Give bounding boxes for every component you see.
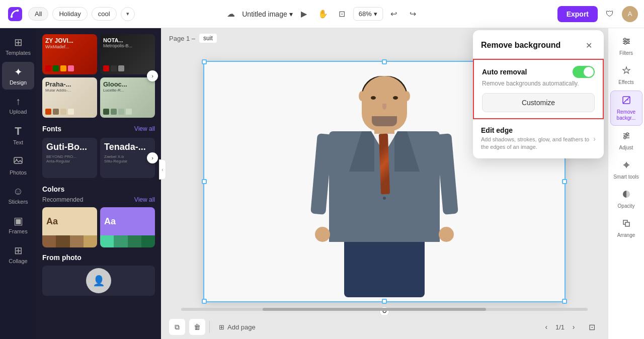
- tag-all-button[interactable]: All: [28, 7, 48, 21]
- handle-middle-right[interactable]: [562, 179, 567, 184]
- canvas-bottom-bar: ⧉ 🗑 ⊞ Add page ‹ 1/1 › ⊡: [161, 315, 608, 339]
- panel-close-button[interactable]: ✕: [582, 38, 596, 52]
- template-card-praho[interactable]: Praha-... Mular Addis-...: [42, 77, 97, 118]
- resize-tool-button[interactable]: ⊡: [334, 6, 350, 22]
- auto-removal-title: Auto removal: [482, 68, 527, 76]
- panel-collapse-button[interactable]: ‹: [159, 159, 166, 180]
- sidebar-collage-label: Collage: [9, 258, 27, 264]
- export-button[interactable]: Export: [557, 6, 598, 22]
- fonts-next-button[interactable]: ›: [147, 152, 158, 163]
- duplicate-page-button[interactable]: ⧉: [169, 319, 185, 335]
- handle-middle-left[interactable]: [202, 179, 207, 184]
- color-swatch-warm[interactable]: Aa: [42, 207, 97, 247]
- prev-page-button[interactable]: ‹: [540, 321, 552, 333]
- bottom-separator: [209, 321, 210, 333]
- template-zy-sub: WixMadef...: [45, 44, 94, 49]
- font-card-guti[interactable]: Guti-Bo... BEYOND PRO... Anta-Regular: [42, 138, 97, 178]
- person-right-hand: [439, 227, 454, 242]
- from-photo-placeholder: 👤: [86, 268, 111, 293]
- fonts-view-all-button[interactable]: View all: [134, 125, 155, 132]
- sidebar-item-collage[interactable]: ⊞ Collage: [2, 240, 34, 268]
- template-card-glooc[interactable]: Glooc... Lucette-R...: [100, 77, 155, 118]
- hand-tool-button[interactable]: ✋: [315, 6, 331, 22]
- sidebar-item-stickers[interactable]: ☺ Stickers: [2, 182, 34, 209]
- collage-icon: ⊞: [14, 244, 23, 257]
- zoom-caret-icon: ▾: [374, 10, 377, 18]
- person-figure: [319, 76, 450, 297]
- undo-button[interactable]: ↩: [386, 6, 402, 22]
- customize-button[interactable]: Customize: [482, 93, 595, 112]
- photos-icon: [13, 155, 23, 168]
- edit-edge-content: Edit edge Add shadows, strokes, glow, an…: [481, 126, 593, 151]
- handle-bottom-middle[interactable]: [382, 299, 387, 304]
- edit-edge-section[interactable]: Edit edge Add shadows, strokes, glow, an…: [473, 119, 604, 158]
- colors-header: Colors: [36, 180, 161, 196]
- template-nota-title: NOTA...: [103, 37, 152, 43]
- page-indicator: 1/1: [555, 323, 565, 331]
- opacity-label: Opacity: [618, 203, 635, 209]
- handle-top-left[interactable]: [202, 59, 207, 64]
- sidebar-text-label: Text: [13, 139, 23, 145]
- from-photo-card[interactable]: 👤: [42, 266, 155, 296]
- right-sidebar-opacity[interactable]: Opacity: [610, 185, 642, 213]
- template-card-zy[interactable]: ZY JOVI... WixMadef...: [42, 34, 97, 74]
- auto-removal-toggle[interactable]: [573, 66, 595, 78]
- sidebar-item-upload[interactable]: ↑ Upload: [2, 92, 34, 119]
- handle-bottom-right[interactable]: [562, 299, 567, 304]
- shield-icon[interactable]: 🛡: [602, 6, 618, 22]
- right-sidebar-filters[interactable]: Filters: [610, 32, 642, 60]
- right-sidebar-remove-bg[interactable]: Remove backgr...: [610, 91, 642, 126]
- swatch-purple-bottom: [100, 235, 155, 247]
- handle-top-middle[interactable]: [382, 59, 387, 64]
- svg-point-9: [627, 40, 629, 42]
- text-icon: T: [15, 125, 21, 138]
- effects-icon: [621, 65, 631, 78]
- delete-page-button[interactable]: 🗑: [189, 319, 205, 335]
- avatar[interactable]: A: [622, 6, 638, 22]
- add-page-button[interactable]: ⊞ Add page: [214, 320, 261, 334]
- right-sidebar-arrange[interactable]: Arrange: [610, 214, 642, 242]
- cloud-icon: ☁: [223, 6, 239, 22]
- template-glooc-title: Glooc...: [103, 80, 152, 88]
- tag-holiday-button[interactable]: Holiday: [52, 7, 87, 21]
- next-page-button[interactable]: ›: [568, 321, 580, 333]
- edit-edge-title: Edit edge: [481, 126, 593, 134]
- sidebar-item-design[interactable]: ✦ Design: [2, 62, 34, 90]
- redo-button[interactable]: ↪: [405, 6, 421, 22]
- sidebar-stickers-label: Stickers: [8, 199, 28, 205]
- right-sidebar-effects[interactable]: Effects: [610, 61, 642, 90]
- color-swatches-grid: Aa Aa: [36, 205, 161, 249]
- template-card-nota[interactable]: NOTA... Metropolis-B...: [100, 34, 155, 74]
- sidebar-design-label: Design: [10, 79, 27, 86]
- template-praho-sub: Mular Addis-...: [45, 88, 94, 93]
- tag-cool-button[interactable]: cool: [92, 7, 117, 21]
- sidebar-item-templates[interactable]: ⊞ Templates: [2, 32, 34, 60]
- colors-view-all-button[interactable]: View all: [134, 196, 155, 203]
- fullscreen-button[interactable]: ⊡: [584, 319, 600, 335]
- sidebar-item-photos[interactable]: Photos: [2, 151, 34, 180]
- zoom-control[interactable]: 68% ▾: [353, 7, 383, 21]
- template-next-button[interactable]: ›: [147, 70, 158, 81]
- template-zy-title: ZY JOVI...: [45, 37, 94, 44]
- recommended-label: Recommended: [42, 196, 83, 203]
- swatch-warm-aa: Aa: [42, 207, 97, 235]
- color-swatch-purple[interactable]: Aa: [100, 207, 155, 247]
- template-zy-swatches: [45, 65, 94, 71]
- handle-bottom-left[interactable]: [202, 299, 207, 304]
- select-tool-button[interactable]: ▶: [296, 6, 312, 22]
- right-sidebar-smart-tools[interactable]: Smart tools: [610, 156, 642, 184]
- font-guti-name: Guti-Bo...: [46, 142, 93, 152]
- canva-logo[interactable]: [6, 5, 24, 23]
- canvas-scrollbar-track[interactable]: [181, 308, 588, 311]
- sidebar-item-text[interactable]: T Text: [2, 121, 34, 149]
- document-title[interactable]: Untitled image ▾: [242, 10, 293, 18]
- suit-badge: suit: [199, 34, 217, 43]
- filters-label: Filters: [619, 50, 633, 56]
- sidebar-frames-label: Frames: [9, 228, 27, 234]
- topbar: All Holiday cool ▾ ☁ Untitled image ▾ ▶ …: [0, 0, 644, 28]
- right-sidebar-adjust[interactable]: Adjust: [610, 127, 642, 155]
- svg-point-17: [624, 137, 626, 139]
- fonts-grid: Guti-Bo... BEYOND PRO... Anta-Regular Te…: [36, 136, 161, 180]
- sidebar-item-frames[interactable]: ▣ Frames: [2, 211, 34, 238]
- tag-dropdown-button[interactable]: ▾: [121, 7, 135, 21]
